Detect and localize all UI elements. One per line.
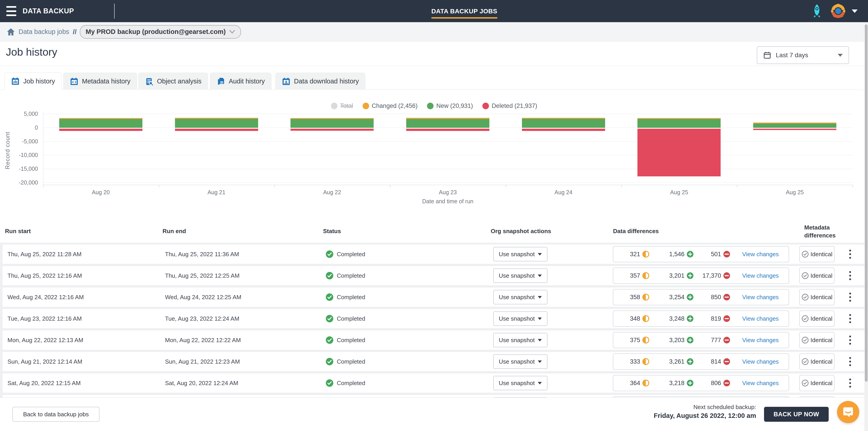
use-snapshot-dropdown[interactable]: Use snapshot (493, 311, 548, 326)
data-differences-cell: 3573,20117,370View changes (613, 268, 789, 284)
metadata-identical-button[interactable]: Identical (799, 353, 835, 370)
use-snapshot-dropdown[interactable]: Use snapshot (493, 269, 548, 283)
use-snapshot-label: Use snapshot (499, 294, 535, 301)
bar-deleted-aug-25[interactable] (638, 129, 721, 176)
view-changes-link[interactable]: View changes (742, 315, 779, 322)
metadata-identical-button[interactable]: Identical (799, 289, 835, 305)
chevron-down-icon (538, 275, 542, 277)
row-kebab-menu-icon[interactable] (846, 377, 855, 390)
view-changes-link[interactable]: View changes (742, 358, 779, 365)
use-snapshot-dropdown[interactable]: Use snapshot (493, 355, 548, 369)
view-changes-link[interactable]: View changes (742, 380, 779, 387)
nav-divider (114, 4, 115, 19)
run-start-cell: Mon, Aug 22, 2022 12:13 AM (7, 337, 83, 344)
back-to-data-backup-jobs-button[interactable]: Back to data backup jobs (12, 407, 99, 422)
use-snapshot-dropdown[interactable]: Use snapshot (493, 290, 548, 304)
bar-deleted-aug-22[interactable] (290, 129, 374, 131)
legend-item-changed[interactable]: Changed (2,456) (363, 102, 418, 110)
bar-new-aug-25[interactable] (753, 123, 836, 128)
chevron-down-icon (538, 339, 542, 341)
bar-deleted-aug-23[interactable] (406, 129, 489, 131)
use-snapshot-dropdown[interactable]: Use snapshot (493, 376, 548, 390)
bar-deleted-aug-25[interactable] (753, 129, 836, 130)
bar-new-aug-21[interactable] (175, 119, 258, 128)
bar-changed-aug-23[interactable] (406, 118, 489, 119)
date-range-select[interactable]: Last 7 days (757, 47, 849, 64)
legend-item-new[interactable]: New (20,931) (427, 102, 473, 110)
tab-job-history[interactable]: Job history (4, 72, 61, 90)
legend-dot-icon (363, 103, 369, 109)
status-badge: Completed (326, 293, 365, 301)
use-snapshot-dropdown[interactable]: Use snapshot (493, 333, 548, 347)
legend-dot-icon (331, 103, 338, 109)
deleted-records-icon (723, 379, 730, 387)
bar-new-aug-20[interactable] (59, 119, 143, 128)
bar-changed-aug-25[interactable] (638, 118, 721, 119)
metadata-identical-button[interactable]: Identical (799, 310, 835, 327)
view-changes-link[interactable]: View changes (742, 337, 779, 344)
run-start-cell: Sun, Aug 21, 2022 12:14 AM (7, 358, 82, 365)
bar-deleted-aug-21[interactable] (175, 129, 258, 131)
bar-changed-aug-20[interactable] (59, 118, 143, 119)
legend-item-total[interactable]: Total (331, 102, 353, 110)
row-kebab-menu-icon[interactable] (846, 312, 855, 325)
changed-records-icon (642, 272, 649, 279)
legend-dot-icon (483, 103, 489, 109)
row-kebab-menu-icon[interactable] (846, 355, 855, 368)
hamburger-menu-icon[interactable] (6, 6, 16, 16)
chat-bubble-icon[interactable] (837, 401, 859, 423)
nav-item-data-backup-jobs[interactable]: DATA BACKUP JOBS (431, 0, 497, 22)
changed-records-icon (642, 251, 649, 258)
metadata-identical-button[interactable]: Identical (799, 375, 835, 391)
column-header-run-end: Run end (162, 228, 186, 235)
completed-check-icon (326, 358, 334, 366)
x-axis-tick-label: Aug 22 (305, 189, 359, 195)
legend-item-deleted[interactable]: Deleted (21,937) (483, 102, 537, 110)
metadata-identical-button[interactable]: Identical (799, 268, 835, 284)
legend-dot-icon (427, 103, 434, 109)
changed-count-value: 357 (630, 272, 640, 279)
status-badge: Completed (326, 272, 365, 280)
column-header-run-start: Run start (5, 228, 31, 235)
bar-deleted-aug-20[interactable] (59, 129, 143, 131)
bar-new-aug-24[interactable] (522, 119, 605, 128)
chevron-down-icon[interactable] (852, 9, 858, 13)
row-kebab-menu-icon[interactable] (846, 248, 855, 260)
breadcrumb-link-data-backup-jobs[interactable]: Data backup jobs (19, 28, 69, 35)
bar-changed-aug-24[interactable] (522, 118, 605, 119)
back-up-now-button[interactable]: BACK UP NOW (764, 407, 829, 422)
bar-changed-aug-21[interactable] (175, 118, 258, 119)
bar-new-aug-23[interactable] (406, 119, 489, 128)
tab-audit-history[interactable]: Audit history (210, 72, 272, 90)
user-avatar-gearset-icon[interactable] (831, 4, 845, 18)
bar-changed-aug-25[interactable] (753, 123, 836, 123)
org-selector-dropdown[interactable]: My PROD backup (production@gearset.com) (80, 25, 241, 39)
view-changes-link[interactable]: View changes (742, 294, 779, 301)
tab-object-analysis[interactable]: Object analysis (138, 72, 208, 90)
table-row: Sat, Aug 20, 2022 12:15 AMSat, Aug 20, 2… (2, 373, 866, 393)
row-kebab-menu-icon[interactable] (846, 269, 855, 282)
bar-new-aug-22[interactable] (290, 119, 374, 128)
scrollbar-thumb[interactable] (865, 24, 868, 382)
home-icon[interactable] (6, 27, 16, 36)
scrollbar-track[interactable] (864, 22, 868, 431)
tab-metadata-history[interactable]: Metadata history (63, 72, 137, 90)
view-changes-link[interactable]: View changes (742, 272, 779, 279)
bar-new-aug-25[interactable] (638, 119, 721, 128)
metadata-identical-button[interactable]: Identical (799, 246, 835, 262)
row-kebab-menu-icon[interactable] (846, 291, 855, 304)
use-snapshot-label: Use snapshot (499, 272, 535, 279)
row-kebab-menu-icon[interactable] (846, 334, 855, 346)
bar-changed-aug-22[interactable] (290, 118, 374, 119)
legend-label: New (20,931) (436, 102, 473, 110)
rocket-icon[interactable] (811, 4, 823, 19)
tab-data-download-history[interactable]: Data download history (275, 72, 366, 90)
metadata-identical-button[interactable]: Identical (799, 332, 835, 348)
chevron-down-icon (838, 54, 843, 57)
new-records-icon (686, 294, 694, 301)
bar-deleted-aug-24[interactable] (522, 129, 605, 131)
use-snapshot-dropdown[interactable]: Use snapshot (493, 247, 548, 261)
changed-count-value: 364 (630, 380, 640, 387)
use-snapshot-label: Use snapshot (499, 315, 535, 322)
view-changes-link[interactable]: View changes (742, 251, 779, 258)
